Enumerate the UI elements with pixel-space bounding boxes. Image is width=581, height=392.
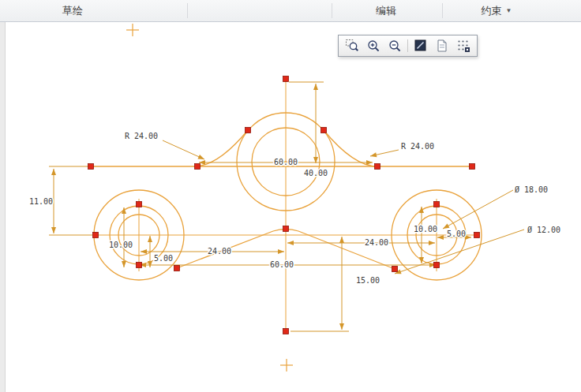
vertex-handle[interactable]: [88, 164, 94, 170]
canvas-left-edge: [0, 22, 6, 392]
dim-left-10[interactable]: 10.00: [109, 241, 133, 249]
dim-radius-right[interactable]: R 24.00: [401, 142, 434, 151]
dim-top-width[interactable]: 60.00: [274, 158, 298, 166]
grid-dots-icon: [456, 39, 470, 53]
vertex-handle[interactable]: [283, 329, 289, 334]
leader-radius-right[interactable]: [370, 150, 399, 156]
vertex-handle[interactable]: [174, 266, 180, 271]
menu-separator: [442, 3, 443, 18]
tab-sketch[interactable]: 草绘: [53, 0, 92, 21]
dim-left-5[interactable]: 5.00: [154, 254, 173, 263]
chevron-down-icon[interactable]: ▼: [506, 0, 512, 21]
vertex-handle[interactable]: [283, 77, 289, 82]
vertex-handles[interactable]: [88, 77, 480, 334]
free-point-crosses: [126, 24, 293, 371]
vertex-handle[interactable]: [474, 233, 480, 238]
vertex-handle[interactable]: [93, 233, 99, 238]
tab-edit-label: 编辑: [376, 5, 396, 17]
vertex-handle[interactable]: [470, 164, 475, 170]
dim-right-24[interactable]: 24.00: [365, 238, 388, 247]
dim-radius-left[interactable]: R 24.00: [125, 132, 158, 140]
vertex-handle[interactable]: [283, 226, 289, 232]
dim-left-24[interactable]: 24.00: [208, 247, 231, 256]
zoom-in-button[interactable]: [363, 37, 384, 54]
zoom-out-icon: [388, 39, 402, 53]
dim-diameter-12[interactable]: Ø 12.00: [527, 226, 560, 234]
grid-dots-button[interactable]: [453, 37, 474, 54]
dim-diameter-18[interactable]: Ø 18.00: [515, 185, 548, 194]
reference-point-cross: [280, 359, 293, 371]
zoom-out-button[interactable]: [384, 37, 405, 54]
sheet-icon: [435, 39, 449, 53]
tab-constraint[interactable]: 约束▼: [472, 0, 522, 21]
sheet-button[interactable]: [432, 37, 452, 54]
vertex-handle[interactable]: [195, 164, 201, 170]
vertex-handle[interactable]: [392, 267, 398, 272]
dim-right-10[interactable]: 10.00: [414, 225, 437, 233]
leader-diameter-18[interactable]: [443, 190, 513, 229]
refit-button[interactable]: [410, 37, 431, 54]
menu-separator: [187, 3, 188, 18]
sketch-canvas[interactable]: R 24.00 R 24.00 60.00 40.00 11.00 10.00 …: [0, 0, 581, 392]
left-fillet-arc[interactable]: [194, 130, 248, 166]
vertex-handle[interactable]: [375, 164, 380, 170]
dimension-lines[interactable]: [49, 82, 524, 331]
vertex-handle[interactable]: [321, 128, 327, 133]
dim-right-5[interactable]: 5.00: [447, 230, 466, 238]
app-window: { "menu_bar": { "tabs": [ { "id": "sketc…: [0, 0, 581, 392]
vertex-handle[interactable]: [137, 202, 142, 207]
centerlines[interactable]: [96, 79, 477, 331]
refit-icon: [414, 39, 428, 53]
tab-edit[interactable]: 编辑: [366, 0, 406, 21]
view-toolbar: [338, 35, 478, 57]
vertex-handle[interactable]: [434, 202, 440, 207]
reference-point-cross: [126, 24, 139, 36]
tab-sketch-label: 草绘: [62, 5, 83, 17]
right-fillet-arc[interactable]: [324, 130, 377, 166]
toolbar-separator: [407, 39, 408, 52]
dim-center-height[interactable]: 40.00: [304, 169, 328, 177]
dim-bottom-60[interactable]: 60.00: [270, 260, 294, 269]
vertex-handle[interactable]: [137, 263, 142, 268]
dim-bottom-15[interactable]: 15.00: [356, 276, 380, 285]
zoom-in-icon: [366, 39, 380, 53]
dim-left-height[interactable]: 11.00: [29, 197, 53, 206]
leader-radius-left[interactable]: [163, 140, 204, 159]
menu-bar: 草绘 编辑 约束▼: [0, 0, 581, 22]
vertex-handle[interactable]: [246, 128, 251, 133]
menu-separator: [332, 3, 332, 18]
zoom-window-button[interactable]: [342, 37, 362, 54]
zoom-window-icon: [345, 39, 359, 53]
tab-constraint-label: 约束: [482, 5, 502, 17]
vertex-handle[interactable]: [434, 263, 440, 268]
